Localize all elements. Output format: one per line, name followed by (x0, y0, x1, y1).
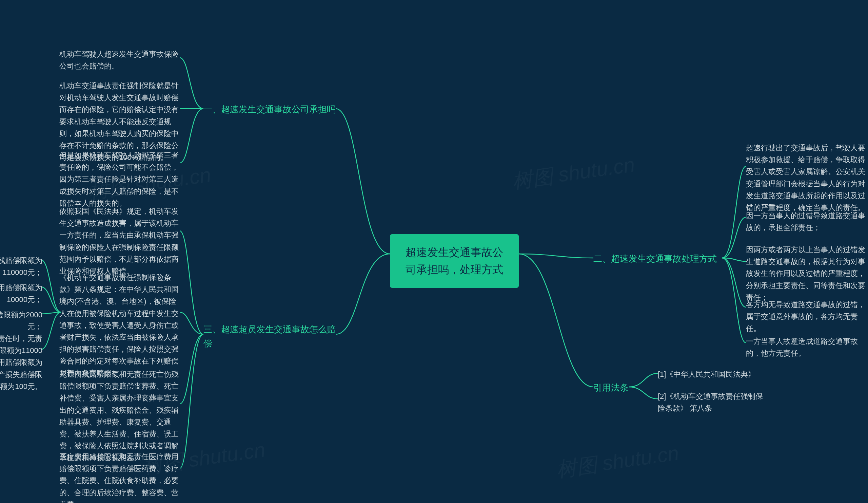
root-node[interactable]: 超速发生交通事故公司承担吗，处理方式 (390, 234, 519, 288)
branch-2-leaf-5[interactable]: 一方当事人故意造成道路交通事故的，他方无责任。 (746, 335, 868, 359)
refs-leaf-1[interactable]: [1]《中华人民共和国民法典》 (658, 368, 766, 380)
branch-2-leaf-4[interactable]: 各方均无导致道路交通事故的过错，属于交通意外事故的，各方均无责任。 (746, 299, 868, 335)
branch-2-title[interactable]: 二、超速发生交通事故处理方式 (593, 252, 729, 266)
branch-3-sub-3[interactable]: （三）财产损失赔偿限额为2000元； (0, 309, 42, 333)
branch-1-title[interactable]: 一、超速发生交通事故公司承担吗 (204, 102, 339, 117)
branch-1-leaf-1[interactable]: 机动车驾驶人超速发生交通事故保险公司也会赔偿的。 (59, 48, 182, 72)
mindmap-canvas: { "root": { "title": "超速发生交通事故公司承担吗，处理方式… (0, 0, 868, 503)
branch-2-leaf-3[interactable]: 因两方或者两方以上当事人的过错发生道路交通事故的，根据其行为对事故发生的作用以及… (746, 244, 868, 303)
branch-3-sub-1[interactable]: （一）死亡伤残赔偿限额为110000元； (0, 254, 42, 278)
branch-3-sub-4[interactable]: （四）被保险人无责任时，无责任死亡伤残赔偿限额为11000元；无责任医疗费用赔偿… (0, 333, 42, 392)
branch-1-leaf-3[interactable]: 但是如果机动车驾驶人购买了第三者责任险的，保险公司可能不会赔偿，因为第三者责任险… (59, 149, 182, 209)
refs-leaf-2[interactable]: [2]《机动车交通事故责任强制保险条款》 第八条 (658, 390, 766, 414)
branch-3-leaf-4[interactable]: 医疗费用赔偿限额和无责任医疗费用赔偿限额项下负责赔偿医药费、诊疗费、住院费、住院… (59, 451, 182, 503)
branch-2-leaf-1[interactable]: 超速行驶出了交通事故后，驾驶人要积极参加救援、给于赔偿，争取取得受害人或受害人家… (746, 142, 868, 213)
refs-title[interactable]: 引用法条 (593, 381, 631, 395)
branch-2-leaf-2[interactable]: 因一方当事人的过错导致道路交通事故的，承担全部责任； (746, 210, 868, 233)
branch-3-leaf-3[interactable]: 死亡伤残赔偿限额和无责任死亡伤残赔偿限额项下负责赔偿丧葬费、死亡补偿费、受害人亲… (59, 368, 182, 464)
branch-3-title[interactable]: 三、超速超员发生交通事故怎么赔偿 (204, 322, 339, 351)
branch-3-leaf-2[interactable]: 《机动车交通事故责任强制保险条款》第八条规定：在中华人民共和国境内(不含港、澳、… (59, 272, 182, 379)
branch-3-sub-2[interactable]: （二）医疗费用赔偿限额为10000元； (0, 282, 42, 305)
branch-3-leaf-1[interactable]: 依照我国《民法典》规定，机动车发生交通事故造成损害，属于该机动车一方责任的，应当… (59, 205, 182, 277)
watermark: 树图 shutu.cn (510, 151, 637, 195)
watermark: 树图 shutu.cn (555, 440, 681, 484)
